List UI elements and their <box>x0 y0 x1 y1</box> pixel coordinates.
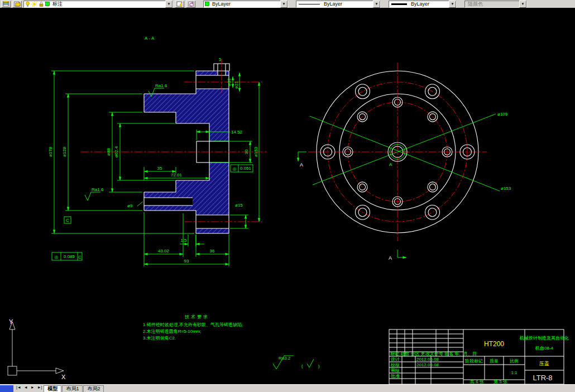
dim-label-d88: ø88 <box>106 148 111 156</box>
layout-tab-bar: |◄ ◄ ► ►| 模型 布局1 布局2 <box>0 384 575 392</box>
scale-value: 1:1 <box>511 370 518 375</box>
current-lineweight-value: ByLayer <box>411 1 429 7</box>
section-arrow-left <box>298 152 306 161</box>
layer-combo-arrow-icon[interactable]: ▼ <box>165 1 172 8</box>
tech-req-title: 技术要求 <box>184 314 209 319</box>
sheet-number: 第 5 张 <box>493 379 507 384</box>
dim-label-d178: ø178 <box>48 146 53 157</box>
front-view: ø109 ø153 A A A <box>298 63 511 261</box>
ucs-icon: Y X <box>8 318 66 380</box>
checkmark-icon <box>307 359 314 367</box>
runout-value: 0.051 <box>240 166 252 171</box>
dim-label-d35: 35 <box>157 166 162 171</box>
dim-label-d9: ø9 <box>127 203 133 208</box>
color-combo-arrow-icon[interactable]: ▼ <box>280 1 288 8</box>
tech-req-line3: 3.未注明倒角C2. <box>143 336 176 341</box>
cad-drawing: A-A ø178 ø128 <box>0 8 575 384</box>
tab-model[interactable]: 模型 <box>44 385 61 392</box>
sig-row-label: 设计 <box>391 357 400 362</box>
mass-label: 质量 <box>490 358 499 364</box>
plotstyle-combo: 随颜色 ▼ <box>464 1 527 8</box>
layer-states-button[interactable] <box>12 1 22 8</box>
layer-states-icon <box>14 1 21 7</box>
linetype-sample-icon <box>299 4 320 4</box>
tab-next-icon[interactable]: ► <box>30 385 36 392</box>
dim-label-d62: ø62.4 <box>114 146 119 157</box>
datum-a-label: A <box>389 162 392 167</box>
tech-req-line2: 2.未注明铸造圆角R=5-10mm; <box>143 329 202 334</box>
layer-previous-icon <box>188 1 194 7</box>
datum-c-flag: C <box>64 217 71 223</box>
current-layer-name: 标注 <box>52 1 63 8</box>
linetype-combo[interactable]: ByLayer ▼ <box>296 1 381 8</box>
sig-row-label: 审核 <box>391 368 400 373</box>
drawing-canvas[interactable]: A-A ø178 ø128 <box>0 8 575 384</box>
dim-label-d14: 14.52 <box>231 130 243 135</box>
section-view-label: A-A <box>145 36 155 41</box>
dim-label-d109: ø109 <box>497 112 508 117</box>
dim-label-d153: ø153 <box>253 146 258 157</box>
layer-previous-button[interactable] <box>186 1 195 8</box>
small-hole-cut <box>144 198 193 205</box>
lineweight-combo[interactable]: ByLayer ▼ <box>389 1 457 8</box>
linetype-combo-arrow-icon[interactable]: ▼ <box>373 1 380 8</box>
make-object-layer-current-button[interactable] <box>175 1 184 8</box>
tolerance-datum: C <box>78 255 82 260</box>
stage-label: 阶段标记 <box>465 358 483 364</box>
current-color-value: ByLayer <box>212 1 231 7</box>
status-color-swatch <box>0 385 13 392</box>
current-color-swatch <box>205 2 209 6</box>
ucs-x-label: X <box>61 374 66 380</box>
layer-freeze-sun-icon[interactable] <box>31 1 37 7</box>
tab-last-icon[interactable]: ►| <box>36 385 44 392</box>
surface-note-paren-open: ( <box>301 364 303 369</box>
revision-header: 标记 处数 分区 更改文件号 签名 年、月、日 <box>390 351 477 356</box>
tolerance-value: 0.085 <box>64 254 75 259</box>
scale-label: 比例 <box>510 358 519 364</box>
technical-requirements: 技术要求 1.铸件经时效处理,不允许有砂眼、气孔等铸造缺陷; 2.未注明铸造圆角… <box>143 314 243 341</box>
color-combo[interactable]: ByLayer ▼ <box>203 1 288 8</box>
tab-first-icon[interactable]: |◄ <box>15 385 22 392</box>
section-view: A-A ø178 ø128 <box>48 36 267 266</box>
sig-row-label: 批准 <box>391 374 400 379</box>
dim-label-d128: ø128 <box>62 146 67 157</box>
tolerance-symbol: ◎ <box>55 255 59 260</box>
current-linetype-value: ByLayer <box>324 1 342 7</box>
layer-properties-button[interactable] <box>1 1 11 8</box>
tech-req-line1: 1.铸件经时效处理,不允许有砂眼、气孔等铸造缺陷; <box>143 322 243 327</box>
lineweight-combo-arrow-icon[interactable]: ▼ <box>449 1 456 8</box>
material-value: HT200 <box>484 340 504 348</box>
tab-layout1[interactable]: 布局1 <box>62 385 83 392</box>
sig-row-date: 2012.05.08 <box>416 357 439 362</box>
section-letter-left: A <box>300 162 303 168</box>
datum-c-label: C <box>66 218 69 223</box>
layer-combo[interactable]: 标注 ▼ <box>23 1 173 8</box>
surface-finish-label-top: Ra1.6 <box>155 83 167 88</box>
make-layer-current-icon <box>176 1 183 7</box>
lineweight-sample-icon <box>391 3 407 5</box>
object-properties-toolbar: 标注 ▼ ByLayer ▼ ByLayer ▼ ByLayer ▼ 随颜色 <box>0 0 575 8</box>
dim-label-d12: ø12 <box>227 78 232 86</box>
tab-layout2[interactable]: 布局2 <box>83 385 104 392</box>
dim-label-d43: 43.02 <box>158 248 170 254</box>
dim-label-d5: 5 <box>219 57 222 62</box>
plotstyle-combo-arrow-icon: ▼ <box>519 1 526 8</box>
surface-note-paren-close: ) <box>318 364 320 369</box>
runout-symbol: ◎ <box>233 166 237 171</box>
drawing-number: LTR-8 <box>533 374 552 382</box>
dim-label-d30: 30 <box>244 149 249 154</box>
title-block: 标记 处数 分区 更改文件号 签名 年、月、日 设计 2012.05.08 校核… <box>389 329 569 384</box>
surface-finish-label-bottom: Ra1.6 <box>92 187 104 192</box>
dim-label-d153-front: ø153 <box>501 186 511 191</box>
surface-note-ra: Ra3.2 <box>279 356 291 361</box>
dim-label-d1-5: 1.5 <box>180 238 187 243</box>
layer-lock-icon[interactable] <box>39 1 44 7</box>
ucs-y-label: Y <box>9 318 13 325</box>
surface-finish-note: Ra3.2 ( ) <box>273 356 320 369</box>
layer-on-bulb-icon[interactable] <box>25 1 30 7</box>
sig-row-date: 2012.05.08 <box>416 362 439 367</box>
tab-prev-icon[interactable]: ◄ <box>23 385 29 392</box>
org-line1: 机械设计制造及其自动化 <box>519 336 569 341</box>
sig-row-label: 校核 <box>390 362 400 367</box>
layer-color-swatch[interactable] <box>45 2 50 6</box>
